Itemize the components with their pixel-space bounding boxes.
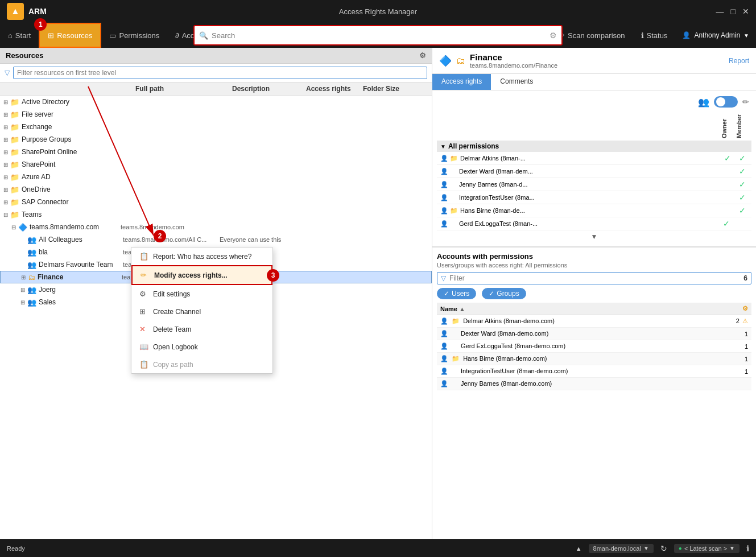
integration-account-name: IntegrationTestUser (8man-demo.com) [461, 368, 568, 374]
gear-col-icon[interactable]: ⚙ [742, 305, 748, 312]
delmar-warning-icon: ⚠ [742, 317, 748, 324]
expand-down-icon[interactable]: ▼ [591, 233, 598, 241]
account-row-gerd[interactable]: 👤 Gerd ExLoggaTest (8man-demo.com) 1 [437, 340, 751, 353]
tree-item-purpose-groups[interactable]: ⊞ 📁 Purpose Groups [0, 133, 432, 146]
right-panel-title: Finance [470, 52, 557, 62]
teams-domain-label: teams.8mandemo.com [30, 223, 121, 231]
bla-icon: 👥 [27, 248, 36, 257]
access-rights-content: 👥 ✏ Owner Member ▼ All permissions [432, 90, 756, 246]
joerg-label: Joerg [39, 286, 123, 294]
ctx-item-copy-path[interactable]: 📋 Copy as path [131, 356, 272, 373]
statusbar: Ready ▲ 8man-demo.local ▼ ↻ ● < Latest s… [0, 539, 756, 557]
permissions-section-header[interactable]: ▼ All permissions [437, 141, 751, 152]
domain-dropdown-icon: ▼ [643, 545, 649, 551]
purpose-groups-label: Purpose Groups [22, 135, 71, 143]
nav-item-status[interactable]: ℹ Status [633, 23, 676, 48]
tree-item-onedrive[interactable]: ⊞ 📁 OneDrive [0, 183, 432, 196]
tab-access-rights[interactable]: Access rights [432, 74, 491, 90]
account-row-integration[interactable]: 👤 IntegrationTestUser (8man-demo.com) 1 [437, 365, 751, 378]
toggle-switch[interactable] [714, 96, 738, 108]
tree-item-teams-domain[interactable]: ⊟ 🔷 teams.8mandemo.com teams.8mandemo.co… [0, 221, 432, 233]
hans-member-check: ✓ [739, 206, 746, 215]
create-channel-ctx-icon: ⊞ [139, 307, 148, 316]
perm-row-delmar[interactable]: 👤 📁 Delmar Atkins (8man-... ✓ ✓ [437, 152, 751, 165]
perm-row-integration[interactable]: 👤 IntegrationTestUser (8ma... ✓ [437, 191, 751, 204]
expand-indicator[interactable]: ▲ [576, 545, 582, 552]
tree-item-sharepoint[interactable]: ⊞ 📁 SharePoint [0, 158, 432, 171]
status-icon: ℹ [641, 31, 644, 40]
users-toggle[interactable]: ✓ Users [437, 288, 476, 299]
search-input[interactable] [212, 31, 550, 40]
account-row-dexter[interactable]: 👤 Dexter Ward (8man-demo.com) 1 [437, 328, 751, 340]
tree-item-exchange[interactable]: ⊞ 📁 Exchange [0, 121, 432, 133]
delmar-owner-check: ✓ [724, 154, 731, 163]
ctx-item-report[interactable]: 📋 Report: Who has access where? [131, 247, 272, 265]
search-settings-icon[interactable]: ⚙ [550, 31, 557, 40]
tab-access-rights-label: Access rights [441, 77, 482, 85]
domain-text: 8man-demo.local [593, 545, 641, 552]
refresh-icon[interactable]: ↻ [660, 544, 667, 553]
perm-row-hans[interactable]: 👤 📁 Hans Birne (8man-de... ✓ [437, 204, 751, 217]
nav-item-resources[interactable]: ⊞ Resources 1 [39, 23, 101, 48]
navbar: ⌂ Start ⊞ Resources 1 ▭ Permissions ∂ Ac… [0, 23, 756, 48]
account-row-jenny[interactable]: 👤 Jenny Barnes (8man-demo.com) [437, 378, 751, 390]
ctx-item-edit[interactable]: ⚙ Edit settings [131, 285, 272, 303]
tree-item-sap-connector[interactable]: ⊞ 📁 SAP Connector [0, 196, 432, 208]
joerg-icon: 👥 [27, 286, 36, 294]
app-name: ARM [28, 7, 47, 16]
tree-item-file-server[interactable]: ⊞ 📁 File server [0, 108, 432, 121]
settings-gear-icon[interactable]: ⚙ [419, 51, 426, 60]
hans-account-name: Hans Birne (8man-demo.com) [463, 355, 547, 362]
ctx-delete-label: Delete Team [153, 325, 191, 333]
start-label: Start [15, 31, 31, 40]
minimize-button[interactable]: — [716, 7, 724, 16]
info-icon[interactable]: ℹ [746, 544, 749, 553]
ctx-create-channel-label: Create Channel [153, 308, 201, 316]
sharepoint-online-label: SharePoint Online [22, 148, 77, 156]
step-2-indicator: 2 [154, 230, 166, 242]
status-ready-text: Ready [7, 545, 569, 552]
ctx-item-delete[interactable]: ✕ Delete Team [131, 320, 272, 338]
perm-row-jenny[interactable]: 👤 Jenny Barnes (8man-d... ✓ [437, 178, 751, 191]
perm-jenny-name: Jenny Barnes (8man-d... [459, 181, 723, 188]
report-link[interactable]: Report [729, 57, 749, 65]
perm-row-dexter[interactable]: 👤 Dexter Ward (8man-dem... ✓ [437, 165, 751, 178]
scan-chip[interactable]: ● < Latest scan > ▼ [674, 544, 740, 553]
account-row-delmar[interactable]: 👤 📁 Delmar Atkins (8man-demo.com) 2 ⚠ [437, 315, 751, 328]
maximize-button[interactable]: □ [731, 7, 736, 16]
accounts-filter-input[interactable] [449, 274, 743, 282]
perm-row-gerd[interactable]: 👤 Gerd ExLoggaTest (8man-... ✓ [437, 217, 751, 230]
accounts-panel: Accounts with permissions Users/groups w… [432, 246, 756, 539]
tree-item-all-colleagues[interactable]: 👥 All Colleagues teams.8mandemo.com/All … [0, 233, 432, 246]
sort-icon[interactable]: ▲ [459, 306, 465, 312]
integration-member-check: ✓ [739, 193, 746, 202]
ctx-item-modify[interactable]: ✏ Modify access rights... 3 [131, 265, 272, 285]
filter-input[interactable] [13, 67, 427, 79]
nav-item-start[interactable]: ⌂ Start [0, 23, 39, 48]
sales-label: Sales [39, 298, 123, 306]
accounts-icon: ∂ [175, 31, 179, 40]
ctx-item-logbook[interactable]: 📖 Open Logbook [131, 338, 272, 356]
tree-item-active-directory[interactable]: ⊞ 📁 Active Directory [0, 96, 432, 108]
azure-ad-label: Azure AD [22, 173, 51, 181]
hans-folder-icon: 📁 [452, 355, 460, 362]
edit-permissions-icon[interactable]: ✏ [742, 97, 749, 106]
tree-item-sharepoint-online[interactable]: ⊞ 📁 SharePoint Online [0, 146, 432, 158]
tree-item-azure-ad[interactable]: ⊞ 📁 Azure AD [0, 171, 432, 183]
tab-comments-label: Comments [500, 77, 533, 85]
tree-item-teams[interactable]: ⊟ 📁 Teams [0, 208, 432, 221]
account-row-hans[interactable]: 👤 📁 Hans Birne (8man-demo.com) 1 [437, 353, 751, 365]
accounts-count: 6 [743, 274, 747, 282]
sap-connector-icon: 📁 [10, 198, 19, 207]
domain-chip[interactable]: 8man-demo.local ▼ [589, 544, 654, 553]
step-3-indicator: 3 [267, 269, 279, 282]
tab-comments[interactable]: Comments [491, 74, 542, 90]
ctx-item-create-channel[interactable]: ⊞ Create Channel [131, 303, 272, 320]
member-col-header: Member [736, 110, 742, 138]
nav-item-permissions[interactable]: ▭ Permissions [101, 23, 167, 48]
people-view-icon[interactable]: 👥 [698, 97, 709, 108]
groups-toggle[interactable]: ✓ Groups [482, 288, 526, 299]
close-button[interactable]: ✕ [742, 7, 749, 16]
teams-label: Teams [22, 211, 42, 218]
user-area[interactable]: 👤 Anthony Admin ▼ [675, 31, 756, 39]
